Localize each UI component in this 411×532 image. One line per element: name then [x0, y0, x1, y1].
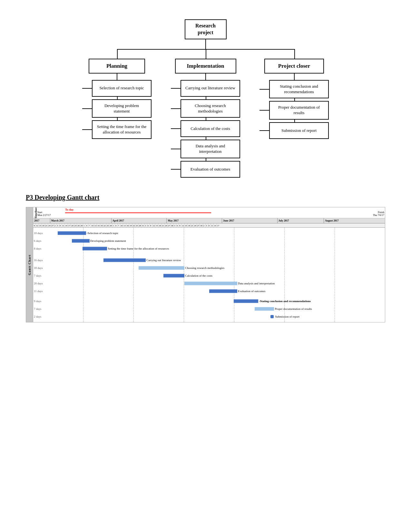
task-6-label: Calculation of the costs	[185, 274, 212, 277]
task-11-label: Submission of report	[275, 315, 299, 318]
pc-child-2: Proper documentation of results	[269, 101, 329, 120]
gantt-months-row: 2017 March 2017 April 2017 May 2017 June…	[33, 218, 385, 223]
timelines-label: Timelines	[34, 207, 37, 219]
month-may: May 2017	[167, 218, 222, 223]
org-chart: Researchproject Planning	[26, 19, 385, 178]
month-august: August 2017	[324, 218, 385, 223]
task-7-days: 20 days	[33, 282, 43, 285]
gantt-chart: Gantt Chart Timelines To day Start Mon 2…	[26, 207, 385, 322]
task-5-bar	[139, 266, 184, 270]
task-5-label: Choosing research methodologies	[185, 266, 224, 270]
root-node: Researchproject	[185, 19, 227, 39]
task-4-days: 16 days	[33, 259, 43, 262]
planning-child-3: Setting the time frame for the allocatio…	[92, 120, 152, 139]
task-4-bar	[103, 259, 146, 262]
projectcloser-column: Project closer Stating conclusion and re…	[252, 59, 336, 139]
gantt-timelines-header: Timelines To day Start Mon 2/27/17 Finis…	[33, 207, 385, 218]
task-8-label: Evaluation of outcomes	[238, 290, 265, 293]
impl-child-1: Carrying out literature review	[181, 80, 240, 97]
task-1-label: -Selection of research topic	[87, 232, 119, 235]
today-line	[65, 212, 211, 213]
task-3-label: Setting the time frame for the allocatio…	[108, 247, 169, 250]
month-july: July 2017	[278, 218, 324, 223]
task-row-3: 8 days Setting the time frame for the al…	[33, 245, 385, 252]
start-info: Start Mon 2/27/17	[37, 211, 51, 217]
month-march: March 2017	[50, 218, 112, 223]
task-6-days: 7 days	[33, 274, 41, 277]
task-1-bar	[58, 232, 86, 235]
task-8-days: 11 days	[33, 290, 43, 293]
task-2-days: 6 days	[33, 239, 41, 242]
implementation-column: Implementation Carrying out literature r…	[164, 59, 248, 178]
start-date: Mon 2/27/17	[37, 214, 51, 217]
task-4-label: Carrying out literature review	[146, 259, 181, 262]
finish-label: Finish	[378, 211, 384, 214]
task-9-label: -Stating conclusion and recommendations	[259, 300, 311, 303]
month-april: April 2017	[112, 218, 167, 223]
planning-child-2: Developing problem statement	[92, 99, 152, 118]
task-11-icon	[270, 315, 274, 318]
today-label: To day	[65, 208, 73, 211]
task-row-1: 10 days -Selection of research topic	[33, 230, 385, 237]
finish-date: Thu 7/6/17	[373, 214, 384, 217]
projectcloser-title: Project closer	[264, 59, 324, 74]
task-row-9: 9 days -Stating conclusion and recommend…	[33, 298, 385, 305]
start-label: Start	[37, 211, 42, 214]
task-row-11: 2 days Submission of report	[33, 313, 385, 320]
task-row-8: 11 days Evaluation of outcomes	[33, 288, 385, 295]
implementation-title: Implementation	[175, 59, 236, 74]
gap-row-2	[33, 295, 385, 297]
gap-row-1	[33, 253, 385, 256]
task-11-days: 2 days	[33, 315, 41, 318]
task-2-bar	[72, 239, 90, 243]
task-10-days: 7 days	[33, 307, 41, 310]
task-7-label: Data analysis and interpretation	[238, 282, 275, 285]
task-9-bar	[234, 300, 258, 303]
pc-child-1: Stating conclusion and recommendations	[269, 80, 329, 99]
planning-column: Planning Selection of research topic	[75, 59, 159, 139]
dashed-jul-aug	[335, 228, 335, 322]
gantt-tasks-area: 10 days -Selection of research topic 6 d…	[33, 228, 385, 322]
task-2-label: Developing problem statement	[90, 239, 126, 242]
task-6-bar	[163, 274, 184, 278]
root-connector	[205, 39, 206, 49]
gantt-days-row: 9 12 15 18 21 24 27 2 5 8 11 14 17 20 23…	[33, 223, 385, 228]
task-9-days: 9 days	[33, 300, 41, 303]
impl-child-2: Choosing research methodologies	[181, 99, 240, 118]
task-8-bar	[209, 290, 237, 293]
impl-child-3: Calculation of the costs	[181, 120, 240, 137]
task-row-7: 20 days Data analysis and interpretation	[33, 280, 385, 287]
task-11-label-area: Submission of report	[270, 315, 299, 318]
task-7-bar	[184, 282, 237, 285]
task-3-days: 8 days	[33, 247, 41, 250]
gantt-side-label: Gantt Chart	[28, 254, 31, 275]
p3-heading: P3 Developing Gantt chart	[26, 194, 385, 201]
dashed-mar-apr	[133, 228, 134, 322]
task-10-label: Proper documentation of results	[275, 307, 312, 310]
task-row-5: 18 days Choosing research methodologies	[33, 264, 385, 271]
task-row-10: 7 days Proper documentation of results	[33, 305, 385, 312]
month-june: June 2017	[222, 218, 278, 223]
impl-child-5: Evaluation of outcomes	[181, 161, 240, 178]
task-5-days: 18 days	[33, 266, 43, 270]
task-10-bar	[255, 307, 274, 311]
task-row-4: 16 days Carrying out literature review	[33, 257, 385, 264]
month-2017: 2017	[33, 218, 50, 223]
pc-child-3: Submission of report	[269, 122, 329, 139]
task-1-days: 10 days	[33, 232, 43, 235]
finish-info: Finish Thu 7/6/17	[373, 211, 384, 217]
task-3-bar	[83, 247, 107, 251]
planning-child-1: Selection of research topic	[92, 80, 152, 97]
impl-child-4: Data analysis and interpretation	[181, 140, 240, 158]
planning-title: Planning	[89, 59, 145, 74]
dashed-may-jun	[234, 228, 234, 322]
task-row-2: 6 days Developing problem statement	[33, 237, 385, 244]
task-row-6: 7 days Calculation of the costs	[33, 272, 385, 279]
